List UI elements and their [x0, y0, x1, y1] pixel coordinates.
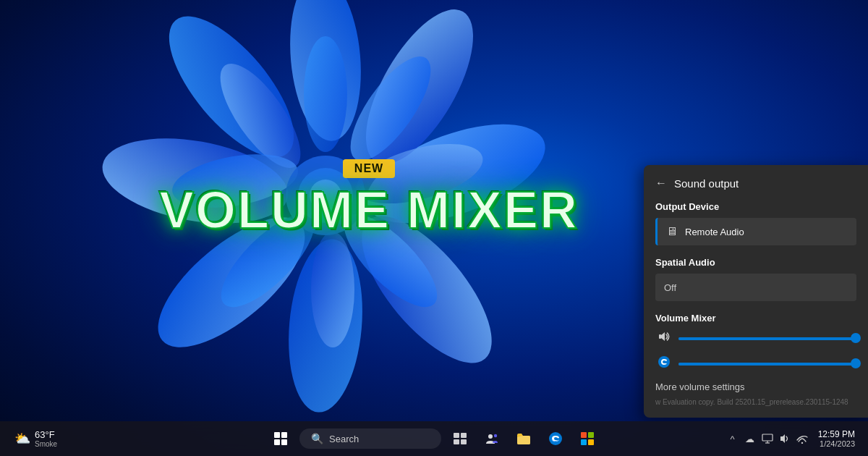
- spatial-audio-value: Off: [664, 282, 676, 293]
- tray-volume[interactable]: [778, 431, 792, 446]
- weather-icon: ⛅: [14, 431, 30, 447]
- edge-icon: [655, 355, 673, 373]
- tray-display[interactable]: [760, 431, 775, 446]
- desktop: NEW VOLUME MIXER ← Sound output Output D…: [0, 0, 868, 456]
- svg-point-30: [494, 434, 497, 437]
- weather-temp: 63°F: [35, 429, 57, 440]
- edge-volume-slider[interactable]: [678, 363, 856, 366]
- svg-point-29: [488, 434, 493, 439]
- spatial-audio-row[interactable]: Off: [655, 274, 856, 301]
- store-button[interactable]: [574, 426, 600, 452]
- svg-rect-28: [461, 439, 467, 444]
- panel-title: Sound output: [674, 177, 739, 190]
- output-device-label: Output Device: [655, 201, 856, 212]
- overlay-content: NEW VOLUME MIXER: [159, 159, 579, 236]
- svg-point-20: [658, 356, 670, 368]
- tray-network[interactable]: [795, 431, 809, 446]
- volume-mixer-label: Volume Mixer: [655, 313, 856, 324]
- tray-cloud[interactable]: ☁: [743, 431, 757, 446]
- device-icon: 🖥: [666, 225, 678, 238]
- taskbar-right: ^ ☁: [715, 426, 859, 451]
- sound-panel: ← Sound output Output Device 🖥 Remote Au…: [644, 165, 868, 418]
- svg-rect-19: [659, 334, 661, 339]
- device-name: Remote Audio: [685, 227, 744, 237]
- more-volume-settings[interactable]: More volume settings: [655, 381, 856, 392]
- svg-point-31: [549, 432, 562, 445]
- clock-time: 12:59 PM: [818, 429, 855, 439]
- system-volume-slider[interactable]: [678, 337, 856, 340]
- svg-rect-32: [581, 432, 587, 438]
- svg-point-10: [304, 36, 347, 152]
- tray-chevron[interactable]: ^: [726, 431, 740, 446]
- back-button[interactable]: ←: [655, 177, 667, 190]
- svg-rect-24: [281, 439, 287, 445]
- svg-point-40: [801, 442, 802, 444]
- panel-header: ← Sound output: [655, 177, 856, 190]
- taskbar: ⛅ 63°F Smoke 🔍 Search: [0, 421, 868, 456]
- taskbar-left: ⛅ 63°F Smoke: [9, 426, 95, 451]
- volume-mixer-section: [655, 329, 856, 373]
- spatial-audio-label: Spatial Audio: [655, 257, 856, 268]
- svg-rect-21: [274, 432, 280, 438]
- taskbar-center: 🔍 Search: [268, 426, 600, 452]
- system-volume-row: [655, 329, 856, 347]
- edge-taskbar-button[interactable]: [542, 426, 569, 452]
- svg-rect-34: [581, 439, 587, 445]
- new-badge: NEW: [343, 159, 395, 178]
- system-tray: ^ ☁: [726, 431, 809, 446]
- search-bar[interactable]: 🔍 Search: [299, 428, 441, 449]
- svg-rect-26: [461, 433, 467, 438]
- search-icon: 🔍: [311, 433, 323, 444]
- svg-rect-27: [454, 439, 459, 444]
- weather-info: 63°F Smoke: [35, 429, 57, 448]
- svg-rect-23: [274, 439, 280, 445]
- svg-marker-39: [780, 434, 785, 443]
- svg-point-14: [311, 232, 354, 347]
- start-button[interactable]: [268, 426, 294, 452]
- teams-button[interactable]: [479, 426, 505, 452]
- svg-rect-36: [762, 434, 773, 441]
- svg-rect-35: [588, 439, 594, 445]
- svg-rect-33: [588, 432, 594, 438]
- svg-rect-22: [281, 432, 287, 438]
- weather-condition: Smoke: [35, 440, 57, 448]
- taskview-button[interactable]: [447, 426, 473, 452]
- output-device-row[interactable]: 🖥 Remote Audio: [655, 218, 856, 245]
- weather-widget[interactable]: ⛅ 63°F Smoke: [9, 426, 63, 451]
- edge-volume-row: [655, 355, 856, 373]
- watermark-text: w Evaluation copy. Build 25201.15_prerel…: [655, 398, 856, 406]
- volume-icon: [655, 329, 673, 347]
- clock-widget[interactable]: 12:59 PM 1/24/2023: [814, 426, 859, 451]
- explorer-button[interactable]: [511, 426, 537, 452]
- volume-mixer-title: VOLUME MIXER: [159, 184, 579, 236]
- clock-date: 1/24/2023: [820, 439, 855, 448]
- search-text: Search: [329, 434, 359, 444]
- svg-rect-25: [454, 433, 459, 438]
